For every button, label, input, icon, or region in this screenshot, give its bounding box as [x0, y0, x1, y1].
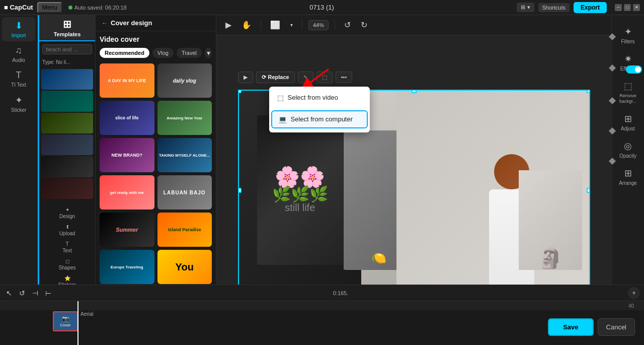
handle-middle-left[interactable]	[238, 188, 242, 193]
panel-thumb-3[interactable]	[41, 113, 93, 133]
dropdown-select-from-video[interactable]: ⬚ Select from video	[269, 89, 370, 107]
hand-tool-button[interactable]: ✋	[238, 18, 255, 32]
templates-icon: ⊞	[63, 18, 71, 30]
toggle-switch[interactable]	[626, 65, 642, 74]
right-panel-filters[interactable]: ✦ Filters	[613, 23, 642, 47]
handle-middle-right[interactable]	[587, 188, 590, 193]
cover-card-5-text: NEW BRAND?	[100, 138, 154, 172]
maximize-button[interactable]: □	[624, 4, 631, 11]
upload-icon: ⬆	[65, 224, 69, 230]
handle-top-middle[interactable]	[412, 90, 417, 93]
cover-card-3[interactable]: slice of life	[100, 101, 154, 135]
canvas-content: ▶ ⟳ Replace ⤡ ⬚ ••• ⬚ Select from video	[238, 90, 590, 291]
cover-design-content: Video cover Recommended Vlog Travel ▾ A …	[96, 31, 216, 325]
cover-card-6[interactable]: TAKING MYSELF ALONE...	[157, 138, 212, 172]
handle-top-right[interactable]	[587, 90, 590, 93]
pointer-tool-button[interactable]: ▶	[222, 18, 234, 32]
crop-dropdown-button[interactable]: ▾	[287, 20, 296, 30]
cover-card-1-text: A DAY IN MY LIFE	[100, 63, 154, 98]
cover-card-9[interactable]: Summer	[100, 213, 154, 247]
close-button[interactable]: ✕	[633, 4, 640, 11]
panel-search[interactable]	[39, 41, 95, 57]
sidebar-item-sticker[interactable]: ✦ Sticker	[2, 92, 35, 116]
handle-top-left[interactable]	[238, 90, 242, 93]
search-input[interactable]	[42, 44, 92, 54]
replace-button[interactable]: ⟳ Replace	[256, 72, 295, 83]
panel-thumb-4[interactable]	[41, 134, 93, 155]
svg-line-0	[303, 69, 329, 88]
cover-clip-label: Cover	[60, 323, 70, 327]
undo-timeline-button[interactable]: ↺	[17, 288, 27, 298]
panel-nav-upload[interactable]: ⬆ Upload	[41, 222, 93, 238]
redo-button[interactable]: ↻	[358, 18, 370, 32]
cover-card-2[interactable]: daily vlog	[157, 63, 212, 98]
cover-card-11-text: Europe Traveling	[100, 250, 154, 284]
arrange-icon: ⊞	[624, 168, 632, 179]
text-icon: T	[16, 70, 22, 81]
cover-card-9-text: Summer	[100, 213, 154, 247]
panel-nav-design[interactable]: ✦ Design	[41, 205, 93, 221]
templates-panel-header: ⊞ Templates	[39, 15, 95, 41]
split-button[interactable]: ⊣	[30, 288, 40, 298]
export-button[interactable]: Export	[574, 2, 607, 13]
undo-button[interactable]: ↺	[341, 18, 354, 32]
cover-clip[interactable]: 📷 Cover	[53, 311, 78, 331]
cover-card-7[interactable]: get ready with me	[100, 175, 154, 210]
add-track-button[interactable]: +	[628, 287, 640, 299]
panel-thumb-2[interactable]	[41, 91, 93, 111]
menu-button[interactable]: Menu	[37, 2, 62, 13]
panel-thumb-5[interactable]	[41, 156, 93, 177]
float-pointer-btn[interactable]: ▶	[238, 72, 253, 83]
cancel-button[interactable]: Cancel	[598, 318, 635, 336]
cover-card-10[interactable]: Island Paradise	[157, 213, 212, 247]
cover-card-11[interactable]: Europe Traveling	[100, 250, 154, 284]
panel-nav-text[interactable]: T Text	[41, 239, 93, 255]
panel-thumb-6[interactable]	[41, 178, 93, 199]
minimize-button[interactable]: ─	[615, 4, 622, 11]
effects-icon: ✷	[624, 53, 632, 64]
dropdown-menu: ⬚ Select from video 💻 Select from comput…	[269, 87, 370, 132]
shortcuts-button[interactable]: Shortcuts	[538, 3, 570, 12]
display-settings-button[interactable]: ⊞ ▾	[517, 3, 534, 12]
right-panel-opacity[interactable]: ◎ Opacity	[613, 137, 642, 162]
sidebar-item-audio[interactable]: ♫ Audio	[2, 42, 35, 66]
tab-travel[interactable]: Travel	[177, 48, 202, 58]
crop-tool-button[interactable]: ⬜	[267, 18, 283, 32]
trim-button[interactable]: ⊢	[43, 288, 53, 298]
sticker-icon: ✦	[15, 95, 23, 106]
save-cancel-bar: Save Cancel	[548, 318, 635, 336]
right-panel-adjust[interactable]: ⊞ Adjust	[613, 110, 642, 134]
timecode: 0:165.	[333, 290, 349, 296]
right-panel-remove-bg[interactable]: ⬚ Remove backgr...	[613, 78, 642, 107]
sidebar-item-text[interactable]: T TI Text	[2, 67, 35, 91]
cover-grid: A DAY IN MY LIFE daily vlog slice of lif…	[100, 63, 212, 321]
cover-card-1[interactable]: A DAY IN MY LIFE	[100, 63, 154, 98]
panel-thumbnails	[39, 67, 95, 201]
floating-toolbar: ▶ ⟳ Replace ⤡ ⬚ ••• ⬚ Select from video	[238, 72, 353, 83]
pointer-mode-button[interactable]: ↖	[4, 288, 14, 298]
cover-card-8[interactable]: LABUAN BAJO	[157, 175, 212, 210]
effects-toggle[interactable]	[626, 65, 642, 74]
sidebar-item-import[interactable]: ⬇ Import	[2, 17, 35, 41]
more-tabs-button[interactable]: ▾	[205, 47, 212, 58]
tab-recommended[interactable]: Recommended	[100, 48, 149, 58]
import-icon: ⬇	[15, 20, 23, 31]
save-button[interactable]: Save	[548, 318, 593, 336]
filters-icon: ✦	[624, 26, 632, 37]
panel-thumb-1[interactable]	[41, 69, 93, 90]
cover-card-5[interactable]: NEW BRAND?	[100, 138, 154, 172]
cover-card-12[interactable]: You	[157, 250, 212, 284]
text-nav-icon: T	[65, 241, 68, 247]
cover-card-2-text: daily vlog	[157, 63, 212, 98]
back-icon[interactable]: ←	[102, 20, 108, 27]
playhead	[77, 301, 78, 345]
tab-vlog[interactable]: Vlog	[152, 48, 174, 58]
auto-saved-dot	[68, 6, 72, 10]
zoom-selector[interactable]: 44%	[308, 20, 329, 30]
panel-nav-shapes[interactable]: ◻ Shapes	[41, 256, 93, 272]
toolbar-divider-1	[261, 20, 261, 30]
right-panel-arrange[interactable]: ⊞ Arrange	[613, 165, 642, 189]
cover-card-4[interactable]: Amazing New Year	[157, 101, 212, 135]
dropdown-select-from-computer[interactable]: 💻 Select from computer	[271, 110, 368, 128]
replace-icon: ⟳	[262, 74, 266, 81]
